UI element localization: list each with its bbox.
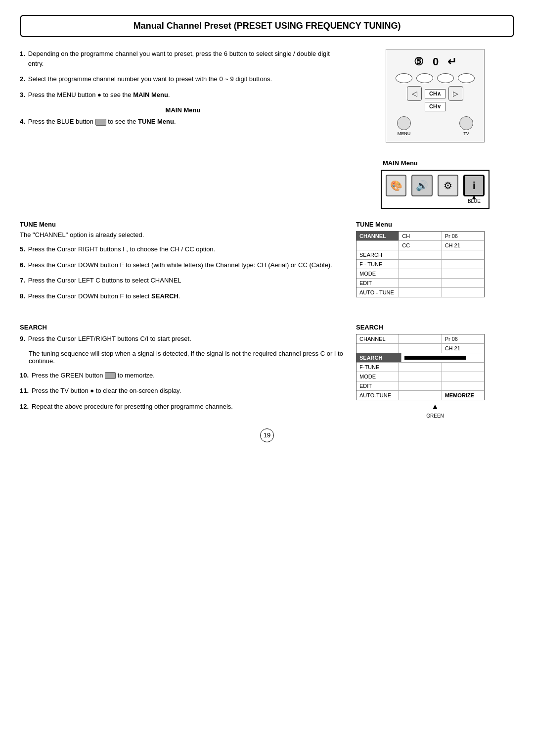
search-cell-ch21: CH 21: [442, 344, 484, 353]
search-menu-table: CHANNEL Pr 06 CH 21 SEARCH F-TUNE: [356, 334, 485, 400]
tune-cell-a2: [399, 288, 442, 297]
step-6: 6. Press the Cursor DOWN button F to sel…: [20, 260, 346, 270]
progress-bar: [404, 356, 466, 360]
step-num-8: 8.: [20, 291, 25, 301]
search-bold: SEARCH: [151, 292, 178, 300]
step-num-12: 12.: [20, 402, 29, 412]
menu-icon-3: ⚙: [438, 175, 458, 196]
step-1: 1. Depending on the programme channel yo…: [20, 49, 346, 68]
tune-row-5: MODE: [356, 269, 484, 279]
search-cell-memorize: MEMORIZE: [442, 391, 484, 400]
tune-menu-table: CHANNEL CH Pr 06 CC CH 21 SEARCH F - TUN…: [356, 231, 485, 297]
remote-diagram: ⑤ 0 ↵ ◁ CH∧ ▷ CH∨: [386, 49, 485, 142]
search-row-5: MODE: [356, 372, 484, 381]
search-cell-e4: [399, 381, 442, 390]
step-num-2: 2.: [20, 74, 25, 84]
remote-symbol-enter: ↵: [447, 55, 456, 68]
step-6-text: Press the Cursor DOWN button F to select…: [28, 260, 332, 270]
search-cell-channel: CHANNEL: [356, 334, 399, 343]
ch-up-label: CH∧: [425, 89, 445, 98]
search-cell-mode: MODE: [356, 372, 399, 381]
main-menu-diagram-container: MAIN Menu 🎨 🔊 ⚙ i ▲ BLUE: [381, 152, 490, 209]
tune-cell-f2: [399, 260, 442, 269]
tune-cell-s3: [442, 250, 484, 259]
green-arrow-container: ▲ GREEN: [356, 402, 514, 419]
step-4-text: Press the BLUE button to see the TUNE Me…: [28, 117, 176, 127]
step-7: 7. Press the Cursor LEFT C buttons to se…: [20, 276, 346, 285]
ch-down-label: CH∨: [425, 102, 445, 111]
step-9-text: Press the Cursor LEFT/RIGHT buttons C/I …: [28, 334, 191, 344]
search-cell-m3: [442, 372, 484, 381]
menu-icon-2: 🔊: [411, 175, 432, 196]
remote-oval-4: [458, 73, 475, 83]
tune-right: TUNE Menu CHANNEL CH Pr 06 CC CH 21 SEAR…: [356, 214, 514, 307]
tune-cell-mode: MODE: [356, 269, 399, 278]
search-cell-ftune: F-TUNE: [356, 363, 399, 372]
tune-cell-s2: [399, 250, 442, 259]
page-number-container: 19: [20, 428, 514, 442]
tune-cell-ftune: F - TUNE: [356, 260, 399, 269]
tune-cell-ch: CH: [399, 232, 442, 240]
ch-up-row: ◁ CH∧ ▷: [392, 86, 478, 101]
step-2-text: Select the programme channel number you …: [28, 74, 272, 84]
search-cell-e2: [399, 344, 442, 353]
remote-oval-2: [416, 73, 433, 83]
active-arrow: ▲: [471, 193, 478, 201]
step-3: 3. Press the MENU button ● to see the MA…: [20, 90, 346, 100]
green-arrow-icon: ▲: [431, 402, 439, 411]
remote-bottom-row: MENU TV: [392, 116, 478, 136]
step-12-text: Repeat the above procedure for presettin…: [32, 402, 233, 412]
tuning-note: The tuning sequence will stop when a sig…: [29, 350, 346, 365]
search-left: SEARCH 9. Press the Cursor LEFT/RIGHT bu…: [20, 317, 346, 419]
tune-menu-title-right: TUNE Menu: [356, 221, 514, 228]
ch-left-arrow: ◁: [407, 86, 422, 101]
step-4: 4. Press the BLUE button to see the TUNE…: [20, 117, 346, 127]
step-num-11: 11.: [20, 386, 29, 396]
search-row-7: AUTO-TUNE MEMORIZE: [356, 391, 484, 400]
menu-icon-i: i: [473, 180, 476, 191]
tv-btn: [459, 116, 473, 130]
step-8: 8. Press the Cursor DOWN button F to sel…: [20, 291, 346, 301]
tune-cell-empty1: [356, 241, 399, 250]
step-num-1: 1.: [20, 49, 25, 68]
step-2: 2. Select the programme channel number y…: [20, 74, 346, 84]
tune-cell-ch21: CH 21: [442, 241, 484, 250]
search-row-2: CH 21: [356, 344, 484, 353]
green-label: GREEN: [356, 413, 514, 419]
tune-cell-a3: [442, 288, 484, 297]
remote-symbol-s: ⑤: [414, 55, 424, 68]
tune-cell-e2: [399, 279, 442, 287]
search-right: SEARCH CHANNEL Pr 06 CH 21 SEARCH: [356, 317, 514, 419]
tv-btn-label: TV: [463, 131, 469, 136]
tune-menu-title-left: TUNE Menu: [20, 221, 346, 228]
step-9: 9. Press the Cursor LEFT/RIGHT buttons C…: [20, 334, 346, 344]
tune-cell-cc: CC: [399, 241, 442, 250]
main-menu-section-label: MAIN Menu: [20, 106, 346, 114]
tune-cell-autotune: AUTO - TUNE: [356, 288, 399, 297]
step-11: 11. Press the TV button ● to clear the o…: [20, 386, 346, 396]
tune-cell-e3: [442, 279, 484, 287]
tune-cell-edit: EDIT: [356, 279, 399, 287]
tune-section: TUNE Menu The "CHANNEL" option is alread…: [20, 214, 514, 307]
main-menu-bold: MAIN Menu: [133, 91, 168, 98]
search-cell-a2: [399, 391, 442, 400]
search-cell-m2: [399, 372, 442, 381]
main-menu-diagram-label: MAIN Menu: [383, 159, 490, 167]
tune-cell-pr06: Pr 06: [442, 232, 484, 240]
blue-label: BLUE: [386, 198, 481, 204]
step-num-5: 5.: [20, 244, 25, 254]
tune-cell-channel: CHANNEL: [356, 232, 399, 240]
step-11-text: Press the TV button ● to clear the on-sc…: [32, 386, 181, 396]
step-5-text: Press the Cursor RIGHT buttons I , to ch…: [28, 244, 215, 254]
tune-row-2: CC CH 21: [356, 241, 484, 250]
menu-btn-label: MENU: [398, 131, 411, 136]
tune-cell-f3: [442, 260, 484, 269]
tune-row-3: SEARCH: [356, 250, 484, 260]
menu-icon-1: 🎨: [386, 175, 406, 196]
step-5: 5. Press the Cursor RIGHT buttons I , to…: [20, 244, 346, 254]
remote-oval-row: [396, 73, 475, 83]
right-column-top: ⑤ 0 ↵ ◁ CH∧ ▷ CH∨: [356, 49, 514, 209]
search-section-label-right: SEARCH: [356, 324, 514, 331]
step-10: 10. Press the GREEN button to memorize.: [20, 371, 346, 380]
search-row-6: EDIT: [356, 381, 484, 391]
